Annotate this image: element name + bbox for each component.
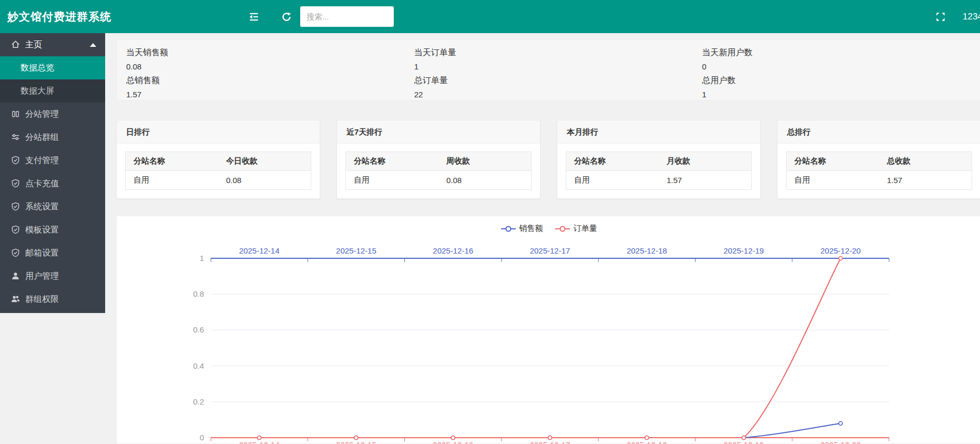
- substation-name: 自用: [787, 171, 880, 190]
- stat-label: 当天订单量: [414, 47, 693, 58]
- data-point-订单量: [645, 436, 649, 440]
- x-axis-label-top: 2025-12-15: [336, 246, 376, 255]
- stat-today-new-users: 当天新用户数 0: [692, 43, 980, 71]
- stat-total-sales: 总销售额 1.57: [117, 71, 405, 99]
- collapse-menu-icon[interactable]: [248, 11, 260, 23]
- sidebar-item-label: 支付管理: [25, 156, 59, 165]
- series-line-订单量: [259, 258, 841, 438]
- x-axis-label-bottom: 2025-12-16: [433, 440, 473, 444]
- sliders-icon: [11, 133, 20, 142]
- ranking-card-total: 总排行 分站名称总收款 自用1.57: [777, 120, 980, 199]
- ranking-card-month: 本月排行 分站名称月收款 自用1.57: [557, 120, 761, 199]
- legend-item-sales[interactable]: 销售额: [501, 224, 543, 234]
- legend-item-orders[interactable]: 订单量: [555, 224, 597, 234]
- sidebar-item-home[interactable]: 主页: [0, 33, 105, 56]
- sidebar-item-label: 数据大屏: [21, 86, 54, 95]
- sidebar-item-system-settings[interactable]: 系统设置: [0, 195, 105, 218]
- x-axis-label-bottom: 2025-12-15: [336, 440, 376, 444]
- home-icon: [11, 40, 20, 49]
- column-header: 分站名称: [566, 152, 659, 171]
- search-input[interactable]: [300, 6, 394, 27]
- refresh-icon[interactable]: [281, 11, 292, 23]
- stat-label: 总销售额: [126, 75, 405, 86]
- sidebar-item-data-overview[interactable]: 数据总览: [0, 56, 105, 79]
- x-axis-label-bottom: 2025-12-19: [723, 440, 764, 444]
- amount-value: 0.08: [438, 171, 532, 190]
- column-header: 总收款: [879, 152, 972, 171]
- amount-value: 1.57: [879, 171, 972, 190]
- amount-value: 1.57: [659, 171, 752, 190]
- sidebar-item-card-recharge[interactable]: 点卡充值: [0, 172, 105, 195]
- stat-value: 1.57: [126, 90, 405, 99]
- sales-orders-chart-card: 销售额 订单量 00.20.40.60.812025-12-142025-12-…: [116, 216, 980, 444]
- substation-name: 自用: [346, 171, 439, 190]
- data-point-订单量: [354, 436, 358, 440]
- x-axis-label-top: 2025-12-20: [820, 246, 861, 255]
- table-row: 自用1.57: [787, 171, 972, 190]
- fullscreen-icon[interactable]: [935, 11, 946, 23]
- sidebar-item-label: 用户管理: [25, 271, 59, 280]
- stat-today-sales: 当天销售额 0.08: [117, 43, 405, 71]
- y-axis-label: 0.8: [193, 289, 204, 298]
- ranking-table: 分站名称月收款 自用1.57: [566, 152, 752, 190]
- sidebar-item-payment-manage[interactable]: 支付管理: [0, 149, 105, 172]
- ranking-table: 分站名称今日收款 自用0.08: [125, 152, 311, 190]
- chevron-up-icon: [90, 43, 96, 47]
- data-point-订单量: [258, 436, 261, 440]
- stat-today-orders: 当天订单量 1: [405, 43, 693, 71]
- shield-check-icon: [11, 248, 20, 257]
- ranking-table: 分站名称周收款 自用0.08: [345, 152, 532, 190]
- sidebar-item-label: 模板设置: [25, 225, 59, 234]
- shield-check-icon: [11, 156, 20, 165]
- sidebar-item-substation-groups[interactable]: 分站群组: [0, 126, 105, 149]
- sidebar-item-label: 系统设置: [25, 202, 59, 211]
- legend-label: 订单量: [574, 224, 597, 234]
- y-axis-label: 0.4: [193, 361, 204, 370]
- shield-check-icon: [11, 202, 20, 211]
- column-header: 周收款: [438, 152, 532, 171]
- x-axis-label-top: 2025-12-14: [239, 246, 280, 255]
- card-title: 总排行: [778, 120, 980, 144]
- line-chart: 00.20.40.60.812025-12-142025-12-142025-1…: [117, 216, 980, 444]
- stat-total-users: 总用户数 1: [692, 71, 980, 99]
- stats-summary-panel: 当天销售额 0.08 当天订单量 1 当天新用户数 0 总销售额 1.57 总订…: [116, 39, 980, 100]
- amount-value: 0.08: [218, 171, 311, 190]
- card-title: 近7天排行: [337, 120, 540, 144]
- legend-marker-orders: [555, 225, 570, 233]
- x-axis-label-bottom: 2025-12-14: [239, 440, 280, 444]
- ranking-table: 分站名称总收款 自用1.57: [786, 152, 972, 190]
- x-axis-label-bottom: 2025-12-18: [627, 440, 667, 444]
- sidebar-item-user-manage[interactable]: 用户管理: [0, 265, 105, 288]
- user-icon: [11, 271, 20, 280]
- table-row: 自用0.08: [126, 171, 311, 190]
- y-axis-label: 0: [200, 433, 204, 442]
- sidebar-nav: 主页 数据总览 数据大屏 分站管理 分站群组 支付管理 点卡充值: [0, 33, 105, 313]
- username-menu[interactable]: 12345: [963, 0, 980, 33]
- sidebar-item-mailbox-settings[interactable]: 邮箱设置: [0, 241, 105, 265]
- stat-label: 总订单量: [414, 75, 693, 86]
- ranking-card-daily: 日排行 分站名称今日收款 自用0.08: [116, 120, 320, 199]
- column-header: 分站名称: [126, 152, 219, 171]
- data-point-订单量: [451, 436, 455, 440]
- x-axis-label-top: 2025-12-19: [723, 246, 764, 255]
- x-axis-label-top: 2025-12-17: [530, 246, 570, 255]
- column-header: 分站名称: [787, 152, 880, 171]
- sidebar-item-data-screen[interactable]: 数据大屏: [0, 79, 105, 103]
- y-axis-label: 1: [200, 254, 204, 263]
- sidebar-item-group-permissions[interactable]: 群组权限: [0, 288, 105, 311]
- sidebar-item-label: 数据总览: [21, 63, 54, 72]
- sidebar-item-label: 邮箱设置: [25, 248, 59, 257]
- stat-value: 1: [702, 90, 980, 99]
- column-header: 今日收款: [218, 152, 311, 171]
- data-point-订单量: [548, 436, 552, 440]
- data-point-订单量: [839, 257, 842, 260]
- data-point-订单量: [742, 436, 746, 440]
- card-title: 日排行: [117, 120, 320, 144]
- table-row: 自用1.57: [566, 171, 752, 190]
- sidebar-item-template-settings[interactable]: 模板设置: [0, 218, 105, 241]
- stat-label: 总用户数: [702, 75, 980, 86]
- sidebar-item-label: 分站群组: [25, 133, 59, 142]
- sidebar-item-substation-manage[interactable]: 分站管理: [0, 103, 105, 126]
- sidebar-item-label: 群组权限: [25, 295, 59, 304]
- substation-name: 自用: [566, 171, 659, 190]
